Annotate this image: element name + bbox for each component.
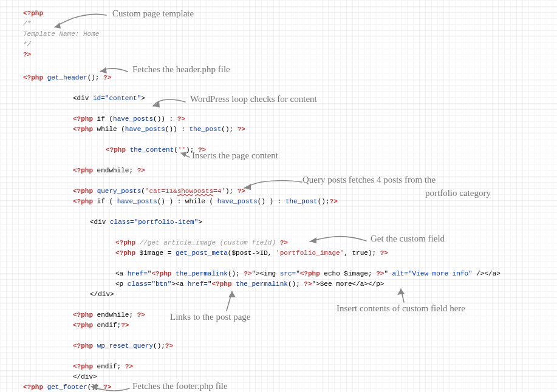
- svg-marker-8: [91, 384, 97, 390]
- svg-marker-5: [310, 237, 316, 243]
- svg-marker-4: [244, 184, 251, 190]
- svg-marker-0: [55, 22, 61, 29]
- svg-marker-3: [181, 152, 187, 157]
- code-diagram: <?php /* Template Name: Home */ ?> <?php…: [0, 0, 557, 392]
- arrow-layer: [0, 0, 557, 392]
- svg-marker-7: [397, 289, 405, 295]
- svg-marker-6: [228, 291, 236, 297]
